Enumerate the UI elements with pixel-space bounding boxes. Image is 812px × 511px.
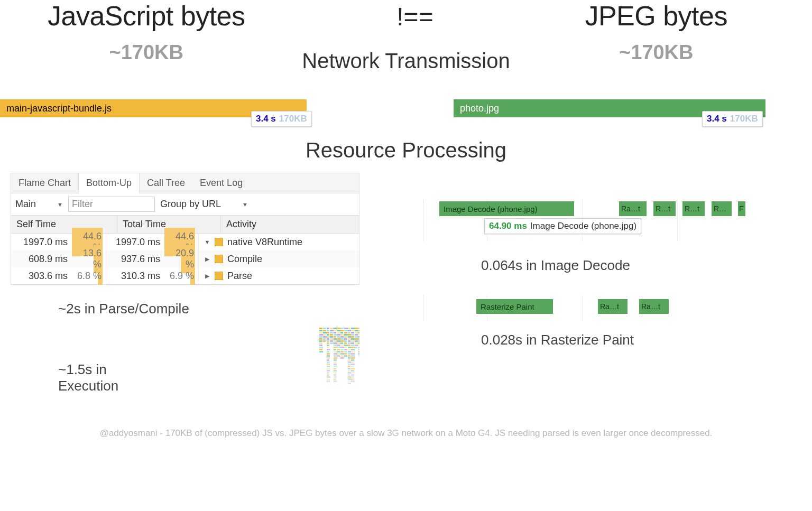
decode-tooltip-ms: 64.90 ms: [489, 221, 527, 231]
thread-select-label: Main: [15, 199, 36, 210]
summary-raster: 0.028s in Rasterize Paint: [423, 332, 801, 348]
tab-event-log[interactable]: Event Log: [192, 173, 250, 193]
js-size: ~170KB: [109, 41, 183, 64]
js-bar-size: 170KB: [279, 114, 307, 124]
table-row[interactable]: 608.9 ms13.6 %937.6 ms20.9 %▶Compile: [11, 250, 359, 267]
decode-bar: Image Decode (phone.jpg): [439, 201, 574, 216]
raster-bar: Rasterize Paint: [476, 299, 553, 314]
profiler-tabs: Flame Chart Bottom-Up Call Tree Event Lo…: [11, 173, 359, 193]
summary-decode: 0.064s in Image Decode: [423, 257, 801, 274]
chevron-down-icon: ▼: [57, 201, 63, 208]
chevron-down-icon: ▼: [242, 201, 248, 208]
js-bar-tag: 3.4 s 170KB: [251, 111, 312, 127]
raster-timeline: Rasterize Paint Ra…t Ra…t: [423, 295, 801, 321]
summary-parse-compile: ~2s in Parse/Compile: [58, 301, 359, 317]
raster-mini: F: [738, 201, 745, 216]
table-row[interactable]: 303.6 ms6.8 %310.3 ms6.9 %▶Parse: [11, 267, 359, 284]
decode-tooltip: 64.90 ms Image Decode (phone.jpg): [484, 218, 641, 234]
tab-bottom-up[interactable]: Bottom-Up: [78, 173, 140, 193]
section-processing: Resource Processing: [0, 138, 812, 162]
raster-mini: Ra…t: [619, 201, 647, 216]
decode-tooltip-label: Image Decode (phone.jpg): [530, 221, 636, 231]
js-bar-time: 3.4 s: [256, 114, 276, 124]
jpg-bar-tag: 3.4 s 170KB: [702, 111, 763, 127]
decode-timeline: Image Decode (phone.jpg) Ra…t R…t R…t R……: [423, 199, 801, 241]
tab-call-tree[interactable]: Call Tree: [140, 173, 192, 193]
raster-mini: Ra…t: [639, 299, 669, 314]
tab-flame-chart[interactable]: Flame Chart: [11, 173, 78, 193]
jpeg-title: JPEG bytes: [585, 0, 727, 32]
jpg-bar-time: 3.4 s: [707, 114, 727, 124]
col-activity: Activity: [221, 216, 359, 233]
footer-credit: @addyosmani - 170KB of (compressed) JS v…: [0, 428, 812, 444]
group-select[interactable]: Group by URL ▼: [160, 199, 248, 210]
jpg-bar-label: photo.jpg: [460, 103, 499, 114]
group-select-label: Group by URL: [160, 199, 221, 210]
jpeg-size: ~170KB: [619, 41, 693, 64]
filter-input[interactable]: Filter: [68, 197, 155, 212]
jpg-bar-size: 170KB: [730, 114, 758, 124]
network-bars: main-javascript-bundle.js 3.4 s 170KB ph…: [0, 73, 812, 117]
thread-select[interactable]: Main ▼: [15, 199, 63, 210]
js-title: JavaScript bytes: [48, 0, 245, 32]
raster-mini: R…t: [682, 201, 705, 216]
flame-chart-thumbnail: [319, 328, 359, 402]
not-equal: !==: [396, 2, 433, 31]
raster-mini: R…: [712, 201, 732, 216]
js-bar-label: main-javascript-bundle.js: [6, 103, 112, 114]
profiler-panel: Flame Chart Bottom-Up Call Tree Event Lo…: [11, 173, 359, 285]
summary-execution: ~1.5s in Execution: [58, 361, 118, 394]
raster-mini: Ra…t: [598, 299, 628, 314]
raster-mini: R…t: [653, 201, 676, 216]
